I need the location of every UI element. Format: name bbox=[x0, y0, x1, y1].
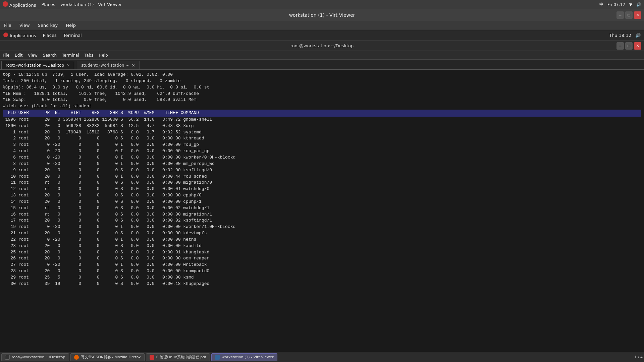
taskbar-item-pdf[interactable]: 6.管理Linux系统中的进程.pdf bbox=[146, 353, 210, 361]
virt-menu-view[interactable]: View bbox=[18, 22, 31, 28]
terminal-window: root@workstation:~/Desktop – □ ✕ File Ed… bbox=[0, 41, 644, 362]
virt-menu-help[interactable]: Help bbox=[64, 22, 77, 28]
virt-outer-window: workstation (1) - Virt Viewer – □ ✕ File… bbox=[0, 9, 644, 362]
os-topbar: Applications Places workstation (1) - Vi… bbox=[0, 0, 644, 9]
process-row: 14 root 20 0 0 0 0 S 0.0 0.0 0:00.00 cpu… bbox=[3, 199, 641, 205]
pdf-taskbar-icon bbox=[150, 355, 154, 360]
process-row: 25 root 20 0 0 0 0 S 0.0 0.0 0:00.01 khu… bbox=[3, 249, 641, 256]
virt-minimize-btn[interactable]: – bbox=[616, 11, 624, 19]
process-row: 21 root 20 0 0 0 0 S 0.0 0.0 0:00.00 kde… bbox=[3, 230, 641, 237]
terminal-maximize-btn[interactable]: □ bbox=[625, 42, 633, 50]
taskbar-item-firefox[interactable]: 写文章-CSDN博客 - Mozilla Firefox bbox=[70, 353, 145, 361]
os-window-label: workstation (1) - Virt Viewer bbox=[61, 2, 122, 7]
process-row: 10 root 20 0 0 0 0 I 0.0 0.0 0:00.44 rcu… bbox=[3, 174, 641, 180]
tab1-label: root@workstation:~/Desktop bbox=[6, 63, 64, 68]
process-row: 28 root 20 0 0 0 0 S 0.0 0.0 0:00.00 kco… bbox=[3, 268, 641, 275]
os-network-icon: ▼ bbox=[629, 2, 632, 7]
terminal-menubar: File Edit View Search Terminal Tabs Help bbox=[0, 51, 644, 60]
os-topbar-right: 中 Fri 07:12 ▼ 🔊 bbox=[599, 2, 641, 7]
terminal-titlebar: root@workstation:~/Desktop – □ ✕ bbox=[0, 41, 644, 51]
process-row: 26 root 20 0 0 0 0 S 0.0 0.0 0:00.00 oom… bbox=[3, 255, 641, 262]
process-row: 9 root 20 0 0 0 0 S 0.0 0.0 0:02.00 ksof… bbox=[3, 167, 641, 174]
process-row: 16 root rt 0 0 0 0 S 0.0 0.0 0:00.00 mig… bbox=[3, 212, 641, 218]
process-row: 6 root 0 -20 0 0 0 I 0.0 0.0 0:00.00 kwo… bbox=[3, 155, 641, 161]
taskbar-terminal-label: root@workstation:~/Desktop bbox=[12, 355, 65, 359]
virt-title: workstation (1) - Virt Viewer bbox=[289, 12, 355, 18]
gnome-places-menu[interactable]: Places bbox=[43, 33, 56, 38]
os-topbar-left: Applications Places workstation (1) - Vi… bbox=[3, 1, 122, 8]
top-status-line1: top - 18:12:30 up 7:39, 1 user, load ave… bbox=[3, 72, 641, 78]
process-row: 22 root 0 -20 0 0 0 I 0.0 0.0 0:00.00 ne… bbox=[3, 237, 641, 243]
virt-menubar: File View Send key Help bbox=[0, 21, 644, 30]
os-applications-menu[interactable]: Applications bbox=[9, 3, 36, 8]
gnome-appbar: Applications Places Terminal Thu 18:12 🔊 bbox=[0, 30, 644, 41]
os-time: Fri 07:12 bbox=[607, 2, 625, 7]
terminal-taskbar-icon bbox=[5, 355, 10, 360]
process-row: 11 root rt 0 0 0 0 S 0.0 0.0 0:00.00 mig… bbox=[3, 180, 641, 186]
term-menu-file[interactable]: File bbox=[3, 53, 9, 58]
gnome-terminal-menu[interactable]: Terminal bbox=[63, 33, 82, 38]
term-menu-terminal[interactable]: Terminal bbox=[62, 53, 79, 58]
process-row: 13 root 20 0 0 0 0 S 0.0 0.0 0:00.00 cpu… bbox=[3, 192, 641, 199]
term-menu-tabs[interactable]: Tabs bbox=[85, 53, 94, 58]
os-layout-icon: 中 bbox=[599, 2, 603, 7]
taskbar-virt-label: workstation (1) - Virt Viewer bbox=[222, 355, 274, 359]
terminal-close-btn[interactable]: ✕ bbox=[634, 42, 641, 50]
page-indicator: 1 / 4 bbox=[634, 355, 643, 359]
top-user-prompt: Which user (blank for all) student bbox=[3, 103, 641, 110]
taskbar-right: 1 / 4 bbox=[634, 355, 643, 359]
process-row: 1 root 20 0 179048 13512 8768 S 0.0 0.7 … bbox=[3, 129, 641, 136]
process-row: 15 root rt 0 0 0 0 S 0.0 0.0 0:00.02 wat… bbox=[3, 205, 641, 212]
tab2-label: student@workstation:~ bbox=[81, 63, 129, 68]
os-volume-icon: 🔊 bbox=[636, 2, 641, 7]
terminal-content[interactable]: top - 18:12:30 up 7:39, 1 user, load ave… bbox=[0, 70, 644, 362]
gnome-time: Thu 18:12 bbox=[609, 33, 631, 38]
process-row: 19 root 0 -20 0 0 0 I 0.0 0.0 0:00.00 kw… bbox=[3, 224, 641, 230]
gnome-appbar-right: Thu 18:12 🔊 bbox=[609, 33, 641, 38]
tab-root-desktop[interactable]: root@workstation:~/Desktop × bbox=[1, 61, 74, 69]
term-menu-help[interactable]: Help bbox=[99, 53, 108, 58]
top-status-line4: MiB Mem : 1829.1 total, 161.3 free, 1042… bbox=[3, 91, 641, 97]
virt-maximize-btn[interactable]: □ bbox=[625, 11, 633, 19]
top-status-line5: MiB Swap: 0.0 total, 0.0 free, 0.0 used.… bbox=[3, 97, 641, 103]
process-row: 4 root 0 -20 0 0 0 I 0.0 0.0 0:00.00 rcu… bbox=[3, 148, 641, 155]
virt-menu-sendkey[interactable]: Send key bbox=[37, 22, 59, 28]
taskbar-item-terminal[interactable]: root@workstation:~/Desktop bbox=[1, 353, 69, 361]
taskbar: root@workstation:~/Desktop 写文章-CSDN博客 - … bbox=[0, 352, 644, 362]
process-row: 12 root rt 0 0 0 0 S 0.0 0.0 0:00.01 wat… bbox=[3, 186, 641, 192]
term-menu-search[interactable]: Search bbox=[43, 53, 57, 58]
gnome-apps-menu[interactable]: Applications bbox=[3, 33, 36, 38]
process-row: 29 root 25 5 0 0 0 S 0.0 0.0 0:00.00 ksm… bbox=[3, 275, 641, 281]
process-row: 1996 root 20 0 3659344 262836 115000 S 5… bbox=[3, 117, 641, 123]
os-places-menu[interactable]: Places bbox=[41, 2, 55, 7]
terminal-window-controls: – □ ✕ bbox=[616, 42, 641, 50]
virt-window-controls: – □ ✕ bbox=[616, 11, 641, 19]
process-list: 1996 root 20 0 3659344 262836 115000 S 5… bbox=[3, 117, 641, 287]
process-row: 1890 root 20 0 566288 88232 55984 S 12.5… bbox=[3, 123, 641, 129]
top-status-line3: %Cpu(s): 36.4 us, 3.0 sy, 0.0 ni, 60.6 i… bbox=[3, 84, 641, 91]
terminal-title: root@workstation:~/Desktop bbox=[290, 43, 354, 48]
process-row: 17 root 20 0 0 0 0 S 0.0 0.0 0:00.02 kso… bbox=[3, 218, 641, 224]
process-header-row: PID USER PR NI VIRT RES SHR S %CPU %MEM … bbox=[3, 110, 641, 117]
gnome-volume-icon: 🔊 bbox=[635, 33, 641, 38]
top-status-line2: Tasks: 250 total, 1 running, 249 sleepin… bbox=[3, 78, 641, 84]
process-row: 23 root 20 0 0 0 0 S 0.0 0.0 0:00.00 kau… bbox=[3, 243, 641, 249]
terminal-minimize-btn[interactable]: – bbox=[616, 42, 624, 50]
firefox-taskbar-icon bbox=[74, 355, 79, 360]
tab1-close-btn[interactable]: × bbox=[67, 63, 70, 67]
terminal-tabs: root@workstation:~/Desktop × student@wor… bbox=[0, 60, 644, 70]
process-row: 8 root 0 -20 0 0 0 I 0.0 0.0 0:00.00 mm_… bbox=[3, 161, 641, 167]
virt-menu-file[interactable]: File bbox=[3, 22, 13, 28]
taskbar-item-virt[interactable]: workstation (1) - Virt Viewer bbox=[211, 353, 277, 361]
tab-student-home[interactable]: student@workstation:~ × bbox=[77, 61, 139, 69]
taskbar-firefox-label: 写文章-CSDN博客 - Mozilla Firefox bbox=[81, 355, 141, 360]
process-row: 27 root 0 -20 0 0 0 I 0.0 0.0 0:00.00 wr… bbox=[3, 262, 641, 268]
term-menu-view[interactable]: View bbox=[28, 53, 37, 58]
term-menu-edit[interactable]: Edit bbox=[15, 53, 22, 58]
taskbar-pdf-label: 6.管理Linux系统中的进程.pdf bbox=[156, 355, 206, 360]
virt-close-btn[interactable]: ✕ bbox=[634, 11, 641, 19]
os-app-icon: Applications bbox=[3, 1, 36, 8]
process-row: 3 root 0 -20 0 0 0 I 0.0 0.0 0:00.00 rcu… bbox=[3, 142, 641, 148]
process-row: 30 root 39 19 0 0 0 S 0.0 0.0 0:00.18 kh… bbox=[3, 281, 641, 287]
tab2-close-btn[interactable]: × bbox=[132, 63, 135, 68]
